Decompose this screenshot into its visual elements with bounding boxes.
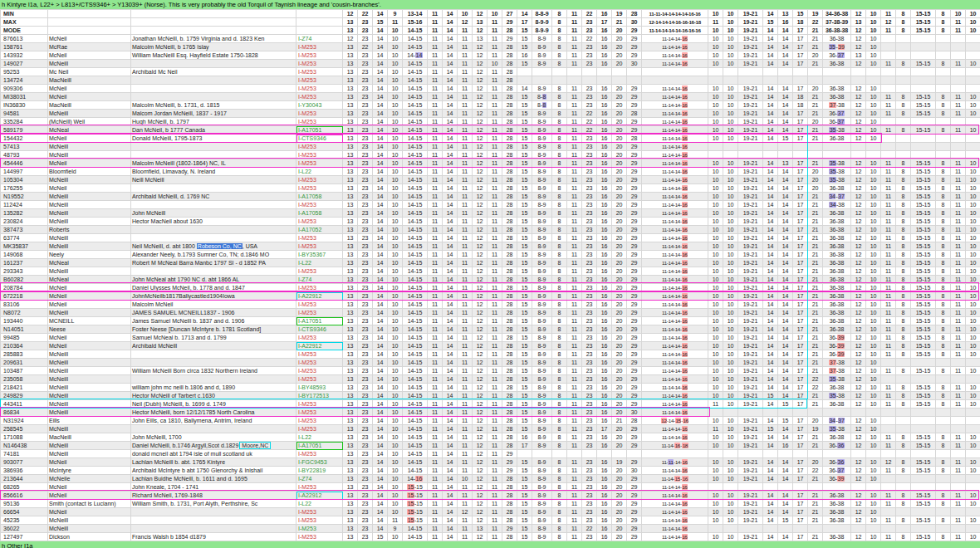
marker-value: 10	[866, 85, 881, 93]
marker-value: 12	[881, 458, 896, 467]
marker-value: 10	[866, 101, 881, 110]
marker-value: 11	[881, 392, 896, 400]
marker-value: 15	[778, 135, 793, 143]
marker-value: 28	[502, 516, 517, 525]
table-row: B60282McNealJohn McNeal abt 1790 NC d. a…	[1, 276, 980, 284]
marker-value: 11	[428, 234, 443, 242]
marker-value	[881, 417, 896, 425]
marker-value: 10	[966, 60, 980, 68]
marker-value: 21	[808, 93, 823, 101]
marker-value: 23	[582, 159, 597, 168]
marker-value	[567, 76, 582, 85]
ancestor-name	[131, 76, 296, 85]
marker-value: 19-21	[738, 135, 763, 143]
marker-value: 11	[881, 226, 896, 234]
marker-value: 11-14-14-16	[642, 93, 708, 101]
marker-value: 29	[502, 450, 517, 458]
marker-value: 11	[428, 143, 443, 151]
marker-value: 19-21	[738, 226, 763, 234]
marker-value: 29	[627, 259, 642, 267]
marker-value	[911, 417, 936, 425]
marker-value: 11-14-14-16	[642, 276, 708, 284]
marker-value	[951, 43, 966, 51]
marker-value: 19-21	[738, 508, 763, 516]
marker-value: 10	[388, 68, 403, 76]
marker-value: 11	[458, 458, 473, 467]
marker-value: 8	[936, 458, 951, 467]
marker-value: 13	[343, 400, 358, 409]
marker-value: 10	[388, 533, 403, 541]
marker-value	[881, 68, 896, 76]
marker-segment: 16	[682, 227, 688, 232]
marker-value: 29	[627, 350, 642, 359]
marker-value	[936, 483, 951, 492]
marker-value: 8	[552, 93, 567, 101]
marker-value: 14	[763, 51, 778, 60]
marker-value: 22	[808, 467, 823, 475]
surname: McNeill	[48, 367, 131, 375]
marker-value: 10	[966, 384, 980, 392]
marker-segment: 37	[838, 418, 845, 423]
marker-value: 16	[597, 93, 612, 101]
haplogroup: I-M253	[296, 76, 343, 85]
marker-value: 16	[597, 259, 612, 267]
marker-value: 11	[458, 209, 473, 218]
marker-value: 11	[458, 500, 473, 508]
marker-value: 8	[552, 317, 567, 325]
selected-text[interactable]: Robeson Co, NC	[197, 243, 243, 249]
marker-value	[723, 450, 738, 458]
marker-value	[778, 68, 793, 76]
stat-label: MAX	[1, 18, 48, 27]
marker-value: 8	[896, 226, 911, 234]
marker-value: 11	[881, 433, 896, 442]
marker-value: 23	[358, 492, 373, 500]
marker-value: 14	[373, 334, 388, 342]
marker-value: 14	[443, 342, 458, 350]
marker-value: 21	[808, 126, 823, 135]
marker-value: 8	[896, 342, 911, 350]
marker-value: 23	[582, 367, 597, 375]
marker-value: 11	[951, 267, 966, 276]
marker-value: 15-15	[911, 201, 936, 209]
marker-value: 17	[793, 492, 808, 500]
marker-value: 8	[896, 392, 911, 400]
marker-segment: 16	[682, 426, 688, 432]
marker-value: 10	[866, 242, 881, 251]
marker-value: 13	[343, 101, 358, 110]
haplogroup: I-M253	[296, 334, 343, 342]
marker-value: 10	[966, 325, 980, 334]
marker-value: 10	[966, 168, 980, 176]
marker-value: 11	[458, 184, 473, 193]
ancestor-name: Archibald McNeill, d. 1769 NC	[131, 193, 296, 201]
marker-value: 28	[502, 500, 517, 508]
marker-value: 14	[778, 467, 793, 475]
marker-value	[896, 143, 911, 151]
marker-value: 12	[851, 384, 866, 392]
marker-value	[851, 409, 866, 417]
cell	[296, 18, 343, 27]
marker-value: 10	[723, 242, 738, 251]
marker-value: 14	[778, 176, 793, 184]
marker-value: 11	[458, 450, 473, 458]
marker-value: 13	[473, 18, 488, 27]
marker-value: 11	[567, 151, 582, 159]
kit-number: 112424	[1, 201, 48, 209]
marker-value: 10	[866, 384, 881, 392]
marker-value: 14	[443, 27, 458, 35]
marker-value: 14	[443, 201, 458, 209]
marker-value: 12	[851, 43, 866, 51]
marker-value: 15	[517, 301, 532, 309]
marker-value: 14	[763, 43, 778, 51]
marker-value: 8	[552, 201, 567, 209]
marker-value: 12	[473, 400, 488, 409]
marker-value	[911, 508, 936, 516]
marker-value: 11	[567, 101, 582, 110]
marker-value: 10	[966, 209, 980, 218]
marker-value: 14	[373, 309, 388, 317]
marker-value	[738, 76, 763, 85]
marker-value: 13	[343, 483, 358, 492]
marker-value: 11	[951, 309, 966, 317]
marker-value: 14-15	[403, 193, 428, 201]
marker-value: 14	[373, 475, 388, 483]
marker-value: 28	[502, 51, 517, 60]
